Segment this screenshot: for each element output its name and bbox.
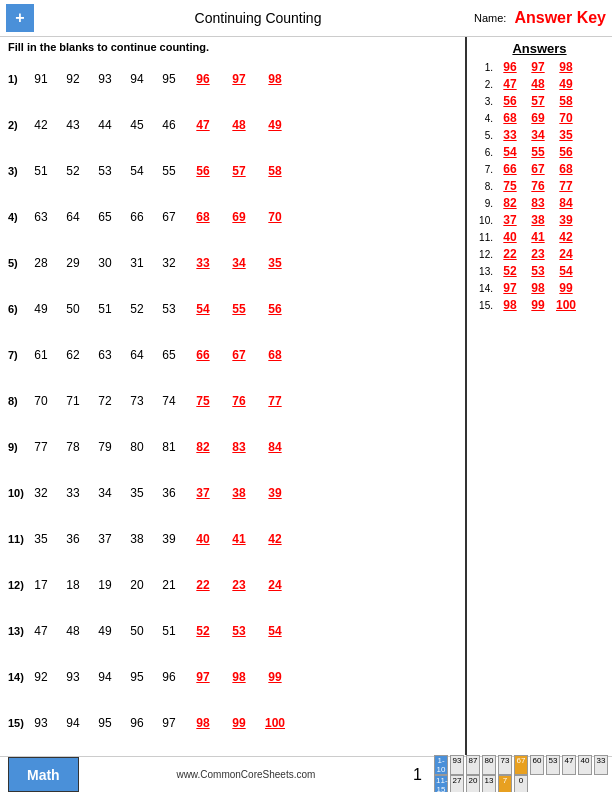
question-number: 15) [8, 717, 30, 729]
instructions: Fill in the blanks to continue counting. [8, 41, 457, 53]
given-number: 51 [158, 624, 180, 638]
answer-blank: 97 [190, 670, 216, 684]
given-numbers: 3536373839404142 [30, 532, 288, 546]
list-item: 5.333435 [473, 128, 606, 142]
answer-value: 84 [552, 196, 580, 210]
question-number: 5) [8, 257, 30, 269]
given-number: 52 [62, 164, 84, 178]
answer-value: 98 [524, 281, 552, 295]
given-number: 53 [94, 164, 116, 178]
website-label: www.CommonCoreSheets.com [79, 769, 413, 780]
given-number: 39 [158, 532, 180, 546]
list-item: 3.565758 [473, 94, 606, 108]
answer-number: 8. [473, 181, 493, 192]
answer-blank: 48 [226, 118, 252, 132]
question-number: 8) [8, 395, 30, 407]
list-item: 9.828384 [473, 196, 606, 210]
answer-blank: 100 [262, 716, 288, 730]
answer-value: 33 [496, 128, 524, 142]
table-row: 10)3233343536373839 [8, 471, 457, 515]
given-number: 21 [158, 578, 180, 592]
answer-blank: 22 [190, 578, 216, 592]
answer-value: 68 [552, 162, 580, 176]
given-numbers: 4950515253545556 [30, 302, 288, 316]
given-number: 45 [126, 118, 148, 132]
answer-value: 96 [496, 60, 524, 74]
given-number: 35 [30, 532, 52, 546]
answer-value: 97 [524, 60, 552, 74]
given-number: 51 [94, 302, 116, 316]
answer-value: 34 [524, 128, 552, 142]
list-item: 13.525354 [473, 264, 606, 278]
answer-blank: 98 [226, 670, 252, 684]
answer-blank: 54 [190, 302, 216, 316]
given-number: 92 [30, 670, 52, 684]
question-number: 11) [8, 533, 30, 545]
given-number: 18 [62, 578, 84, 592]
given-number: 96 [126, 716, 148, 730]
answer-blank: 83 [226, 440, 252, 454]
stat-label-1: 1-10 [434, 755, 448, 775]
list-item: 1.969798 [473, 60, 606, 74]
answers-title: Answers [473, 41, 606, 56]
given-numbers: 7071727374757677 [30, 394, 288, 408]
table-row: 13)4748495051525354 [8, 609, 457, 653]
answer-value: 35 [552, 128, 580, 142]
answer-value: 23 [524, 247, 552, 261]
answer-blank: 55 [226, 302, 252, 316]
answer-blank: 33 [190, 256, 216, 270]
given-number: 47 [30, 624, 52, 638]
given-number: 36 [158, 486, 180, 500]
question-number: 10) [8, 487, 30, 499]
answer-value: 58 [552, 94, 580, 108]
answer-blank: 52 [190, 624, 216, 638]
given-numbers: 7778798081828384 [30, 440, 288, 454]
answer-blank: 53 [226, 624, 252, 638]
given-numbers: 3233343536373839 [30, 486, 288, 500]
given-number: 70 [30, 394, 52, 408]
answer-value: 49 [552, 77, 580, 91]
given-numbers: 6162636465666768 [30, 348, 288, 362]
answer-number: 4. [473, 113, 493, 124]
answer-value: 75 [496, 179, 524, 193]
answer-value: 56 [552, 145, 580, 159]
given-number: 42 [30, 118, 52, 132]
given-number: 95 [94, 716, 116, 730]
given-number: 63 [94, 348, 116, 362]
answer-blank: 37 [190, 486, 216, 500]
answer-number: 5. [473, 130, 493, 141]
answer-number: 7. [473, 164, 493, 175]
answer-value: 56 [496, 94, 524, 108]
answer-blank: 40 [190, 532, 216, 546]
answer-value: 67 [524, 162, 552, 176]
answer-number: 3. [473, 96, 493, 107]
given-number: 74 [158, 394, 180, 408]
given-number: 93 [30, 716, 52, 730]
given-numbers: 6364656667686970 [30, 210, 288, 224]
answers-list: 1.9697982.4748493.5657584.6869705.333435… [473, 60, 606, 312]
answer-value: 99 [524, 298, 552, 312]
page-title: Continuing Counting [42, 10, 474, 26]
table-row: 15)93949596979899100 [8, 701, 457, 745]
given-number: 43 [62, 118, 84, 132]
answer-value: 54 [552, 264, 580, 278]
given-number: 97 [158, 716, 180, 730]
answer-blank: 42 [262, 532, 288, 546]
questions-panel: Fill in the blanks to continue counting.… [0, 37, 467, 755]
answer-blank: 82 [190, 440, 216, 454]
question-number: 6) [8, 303, 30, 315]
given-numbers: 2829303132333435 [30, 256, 288, 270]
answer-value: 41 [524, 230, 552, 244]
header: + Continuing Counting Name: Answer Key [0, 0, 612, 37]
given-number: 81 [158, 440, 180, 454]
table-row: 8)7071727374757677 [8, 379, 457, 423]
given-number: 65 [94, 210, 116, 224]
given-number: 50 [126, 624, 148, 638]
answer-value: 98 [552, 60, 580, 74]
given-number: 64 [126, 348, 148, 362]
answer-blank: 66 [190, 348, 216, 362]
table-row: 4)6364656667686970 [8, 195, 457, 239]
answers-panel: Answers 1.9697982.4748493.5657584.686970… [467, 37, 612, 755]
answer-blank: 39 [262, 486, 288, 500]
given-number: 20 [126, 578, 148, 592]
